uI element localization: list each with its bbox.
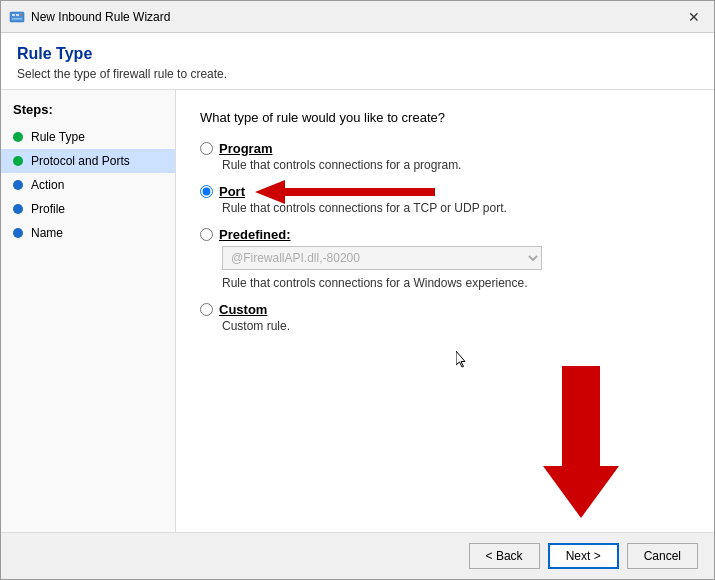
svg-rect-0 (10, 12, 24, 22)
option-port-row: Port (200, 184, 690, 199)
svg-marker-5 (255, 180, 435, 204)
sidebar-item-protocol-ports[interactable]: Protocol and Ports (1, 149, 175, 173)
main-panel: What type of rule would you like to crea… (176, 90, 714, 532)
option-port: Port Rule that controls connections for … (200, 184, 690, 215)
sidebar-item-profile[interactable]: Profile (1, 197, 175, 221)
horizontal-arrow (255, 180, 435, 204)
firewall-icon (9, 9, 25, 25)
radio-group: Program Rule that controls connections f… (200, 141, 690, 333)
svg-rect-1 (12, 14, 15, 16)
close-button[interactable]: ✕ (682, 5, 706, 29)
dot-icon (13, 132, 23, 142)
page-title: Rule Type (17, 45, 698, 63)
sidebar-item-name[interactable]: Name (1, 221, 175, 245)
radio-predefined[interactable] (200, 228, 213, 241)
option-custom: Custom Custom rule. (200, 302, 690, 333)
sidebar-label-action: Action (31, 178, 64, 192)
arrow-shaft (562, 366, 600, 466)
dot-icon (13, 156, 23, 166)
option-program-row: Program (200, 141, 690, 156)
svg-rect-2 (16, 14, 19, 16)
sidebar-label-rule-type: Rule Type (31, 130, 85, 144)
footer: < Back Next > Cancel (1, 532, 714, 579)
dot-icon (13, 204, 23, 214)
back-button[interactable]: < Back (469, 543, 540, 569)
next-button[interactable]: Next > (548, 543, 619, 569)
radio-custom[interactable] (200, 303, 213, 316)
desc-predefined: Rule that controls connections for a Win… (222, 276, 690, 290)
content-area: Steps: Rule Type Protocol and Ports Acti… (1, 90, 714, 532)
desc-custom: Custom rule. (222, 319, 690, 333)
svg-rect-4 (12, 18, 22, 20)
radio-program[interactable] (200, 142, 213, 155)
label-program[interactable]: Program (219, 141, 272, 156)
dot-icon (13, 180, 23, 190)
arrow-svg (255, 180, 435, 204)
cancel-button[interactable]: Cancel (627, 543, 698, 569)
sidebar-label-name: Name (31, 226, 63, 240)
page-header: Rule Type Select the type of firewall ru… (1, 33, 714, 90)
mouse-cursor (456, 351, 468, 369)
label-custom[interactable]: Custom (219, 302, 267, 317)
sidebar-label-protocol-ports: Protocol and Ports (31, 154, 130, 168)
big-down-arrow (543, 366, 619, 518)
option-predefined: Predefined: @FirewallAPI.dll,-80200 Rule… (200, 227, 690, 290)
wizard-window: New Inbound Rule Wizard ✕ Rule Type Sele… (0, 0, 715, 580)
title-bar-left: New Inbound Rule Wizard (9, 9, 170, 25)
page-subtitle: Select the type of firewall rule to crea… (17, 67, 698, 81)
radio-port[interactable] (200, 185, 213, 198)
sidebar-title: Steps: (1, 102, 175, 125)
label-port[interactable]: Port (219, 184, 245, 199)
question-text: What type of rule would you like to crea… (200, 110, 690, 125)
option-custom-row: Custom (200, 302, 690, 317)
sidebar: Steps: Rule Type Protocol and Ports Acti… (1, 90, 176, 532)
title-bar: New Inbound Rule Wizard ✕ (1, 1, 714, 33)
sidebar-item-action[interactable]: Action (1, 173, 175, 197)
sidebar-label-profile: Profile (31, 202, 65, 216)
label-predefined[interactable]: Predefined: (219, 227, 291, 242)
svg-rect-3 (20, 14, 21, 16)
sidebar-item-rule-type[interactable]: Rule Type (1, 125, 175, 149)
option-predefined-row: Predefined: (200, 227, 690, 242)
arrow-head (543, 466, 619, 518)
desc-program: Rule that controls connections for a pro… (222, 158, 690, 172)
svg-marker-6 (456, 351, 465, 367)
option-program: Program Rule that controls connections f… (200, 141, 690, 172)
dot-icon (13, 228, 23, 238)
predefined-select[interactable]: @FirewallAPI.dll,-80200 (222, 246, 542, 270)
window-title: New Inbound Rule Wizard (31, 10, 170, 24)
